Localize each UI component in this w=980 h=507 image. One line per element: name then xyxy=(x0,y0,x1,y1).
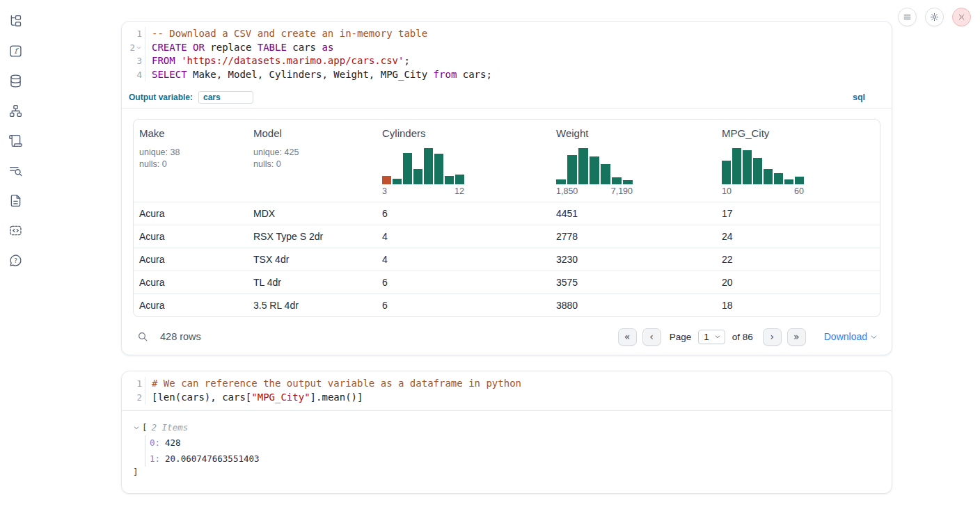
column-name: Cylinders xyxy=(382,127,545,139)
download-button[interactable]: Download xyxy=(824,331,878,342)
tree-entry-value: 428 xyxy=(165,437,181,448)
table-row[interactable]: AcuraRSX Type S 2dr4277824 xyxy=(134,225,880,248)
dependency-graph-icon[interactable] xyxy=(6,101,25,120)
close-icon[interactable] xyxy=(952,8,971,26)
function-icon[interactable]: f xyxy=(6,41,25,61)
column-name: Make xyxy=(139,127,242,139)
histogram-bar xyxy=(382,176,391,184)
row-count: 428 rows xyxy=(160,331,201,342)
list-search-icon[interactable] xyxy=(6,161,25,180)
chevron-down-icon[interactable] xyxy=(133,424,140,431)
column-name: MPG_City xyxy=(722,127,874,139)
table-cell: Acura xyxy=(134,208,248,219)
svg-text:?: ? xyxy=(14,257,17,264)
output-variable-input[interactable] xyxy=(198,91,253,104)
table-cell: TL 4dr xyxy=(248,277,377,288)
histogram-bar xyxy=(722,161,731,184)
tree-entry-key: 1: xyxy=(150,453,160,464)
database-icon[interactable] xyxy=(6,71,25,90)
column-header[interactable]: MPG_City1060 xyxy=(716,127,880,202)
histogram-bar xyxy=(732,148,741,184)
histogram-axis-labels: 1,8507,190 xyxy=(556,186,633,196)
table-cell: 6 xyxy=(377,300,551,311)
search-icon[interactable] xyxy=(137,331,148,342)
data-table: Makeunique: 38nulls: 0Modelunique: 425nu… xyxy=(133,119,880,317)
column-header[interactable]: Weight1,8507,190 xyxy=(551,127,716,202)
menu-icon[interactable] xyxy=(898,8,917,26)
histogram-bar xyxy=(556,179,566,184)
histogram-bar xyxy=(434,154,443,184)
page-select-value: 1 xyxy=(704,332,709,342)
table-header-row: Makeunique: 38nulls: 0Modelunique: 425nu… xyxy=(134,120,880,202)
column-histogram xyxy=(382,148,545,184)
line-number: 4 xyxy=(122,68,145,82)
column-header[interactable]: Cylinders312 xyxy=(377,127,551,202)
column-stats: unique: 38nulls: 0 xyxy=(139,147,242,170)
histogram-bar xyxy=(601,164,610,184)
code-line: -- Download a CSV and create an in-memor… xyxy=(152,27,892,41)
column-histogram xyxy=(556,148,711,184)
file-tree-icon[interactable] xyxy=(6,11,25,31)
histogram-bar xyxy=(795,177,804,184)
output-variable-row: Output variable: sql xyxy=(122,87,892,108)
gear-icon[interactable] xyxy=(925,8,944,26)
sidebar-rail: f ? xyxy=(0,11,31,270)
sql-output: Makeunique: 38nulls: 0Modelunique: 425nu… xyxy=(122,108,892,355)
table-row[interactable]: AcuraTL 4dr6357520 xyxy=(134,271,880,293)
column-header[interactable]: Modelunique: 425nulls: 0 xyxy=(248,127,377,202)
histogram-bar xyxy=(743,150,752,184)
document-icon[interactable] xyxy=(6,191,25,210)
histogram-bar xyxy=(567,155,577,184)
column-name: Weight xyxy=(556,127,711,139)
python-cell: 12 # We can reference the output variabl… xyxy=(121,371,892,493)
line-number: 2 xyxy=(122,41,145,55)
table-cell: 3230 xyxy=(551,254,716,265)
table-row[interactable]: AcuraMDX6445117 xyxy=(134,202,880,225)
column-name: Model xyxy=(253,127,371,139)
table-cell: 3575 xyxy=(551,277,716,288)
fold-chevron-icon[interactable] xyxy=(136,45,142,51)
snippets-icon[interactable] xyxy=(6,220,25,240)
table-cell: 17 xyxy=(716,208,880,219)
prev-page-button[interactable]: ‹ xyxy=(642,328,661,346)
tree-entry: 1:20.060747663551403 xyxy=(150,451,880,467)
line-number: 2 xyxy=(122,391,145,405)
table-row[interactable]: AcuraTSX 4dr4323022 xyxy=(134,248,880,271)
table-cell: 4 xyxy=(377,254,551,265)
sql-code-editor[interactable]: 1234 -- Download a CSV and create an in-… xyxy=(122,22,892,87)
notebook: 1234 -- Download a CSV and create an in-… xyxy=(121,0,892,494)
line-number-gutter: 12 xyxy=(122,377,145,404)
column-stats: unique: 425nulls: 0 xyxy=(253,147,371,170)
first-page-button[interactable]: « xyxy=(618,328,637,346)
scroll-icon[interactable] xyxy=(6,131,25,150)
histogram-bar xyxy=(784,179,793,184)
table-cell: 18 xyxy=(716,300,880,311)
page-select[interactable]: 1 xyxy=(698,330,725,344)
language-badge: sql xyxy=(853,92,865,102)
histogram-axis-labels: 312 xyxy=(382,186,464,196)
code-line: FROM 'https://datasets.marimo.app/cars.c… xyxy=(152,54,892,68)
tree-entry: 0:428 xyxy=(150,435,880,451)
histogram-bar xyxy=(445,176,454,184)
line-number: 3 xyxy=(122,54,145,68)
code-line: # We can reference the output variable a… xyxy=(152,377,892,391)
tree-output: [ 2 Items 0:4281:20.060747663551403 ] xyxy=(122,411,892,493)
items-count-label: 2 Items xyxy=(152,422,189,433)
table-cell: 22 xyxy=(716,254,880,265)
python-code-editor[interactable]: 12 # We can reference the output variabl… xyxy=(122,371,892,410)
histogram-bar xyxy=(774,173,783,184)
histogram-bar xyxy=(424,148,433,184)
output-variable-label: Output variable: xyxy=(129,92,193,102)
table-row[interactable]: Acura3.5 RL 4dr6388018 xyxy=(134,293,880,316)
last-page-button[interactable]: » xyxy=(787,328,806,346)
help-icon[interactable]: ? xyxy=(6,250,25,270)
column-header[interactable]: Makeunique: 38nulls: 0 xyxy=(134,127,248,202)
chevron-down-icon xyxy=(714,333,721,340)
table-footer: 428 rows « ‹ Page 1 of 86 › » Download xyxy=(133,324,880,349)
svg-text:f: f xyxy=(14,47,19,55)
table-cell: Acura xyxy=(134,231,248,242)
column-histogram xyxy=(722,148,874,184)
table-cell: 4451 xyxy=(551,208,716,219)
next-page-button[interactable]: › xyxy=(763,328,782,346)
tree-entry-value: 20.060747663551403 xyxy=(165,453,259,464)
